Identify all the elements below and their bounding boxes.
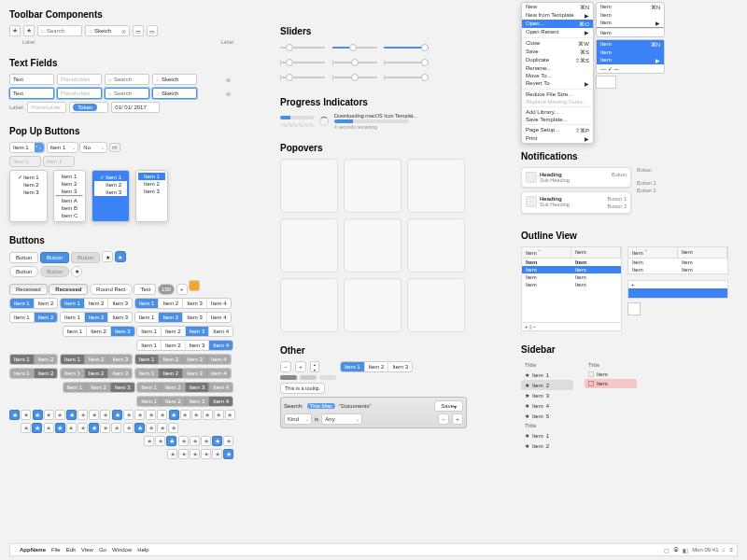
- slider-ticks[interactable]: [384, 57, 429, 68]
- menu-item-sel[interactable]: Item 1: [138, 173, 165, 180]
- scrollbar-horizontal[interactable]: [300, 375, 317, 380]
- toolbar-sketch-search[interactable]: ⌕Sketch: [85, 25, 130, 36]
- scope-thismac[interactable]: This Mac: [307, 403, 335, 409]
- toolbar-star-button-2[interactable]: ★: [23, 25, 35, 36]
- segment[interactable]: Item 1Item 2: [9, 312, 58, 323]
- wifi-icon[interactable]: ⦿: [673, 547, 679, 553]
- sidebar-item[interactable]: ★Item 2: [521, 441, 573, 451]
- color-swatch[interactable]: [596, 76, 616, 89]
- text-button[interactable]: Text: [134, 284, 156, 295]
- sidebar-item[interactable]: ★Item 4: [521, 400, 573, 411]
- menu-item[interactable]: Item C: [56, 212, 84, 219]
- slider-ticks-below[interactable]: [332, 72, 377, 83]
- outline-row[interactable]: ItemItem: [522, 273, 621, 281]
- outline-view[interactable]: Item ˄Item ItemItem ItemItem ItemItem It…: [521, 246, 622, 331]
- app-name[interactable]: AppName: [20, 547, 46, 553]
- popup-button-2[interactable]: Item 1⌄: [47, 142, 78, 153]
- submenu-item[interactable]: — ✓ —: [597, 64, 664, 73]
- menu-addlib[interactable]: Add Library...: [522, 108, 593, 116]
- menu-moveto[interactable]: Move To...: [522, 72, 593, 79]
- search-sketch-focus[interactable]: ⌕Sketch: [152, 88, 197, 99]
- search-icon[interactable]: ⌕: [722, 547, 726, 553]
- segment-dark[interactable]: Item 1Item 2Item 3Item 4: [134, 354, 232, 365]
- star-segment[interactable]: ★★: [9, 410, 31, 420]
- notif-button[interactable]: Button: [612, 172, 627, 183]
- slider[interactable]: [332, 42, 377, 53]
- outline-row[interactable]: ItemItem: [628, 266, 727, 273]
- pill-button[interactable]: Button: [9, 266, 38, 277]
- star-segment[interactable]: ★★★: [44, 423, 77, 433]
- menu-duplicate[interactable]: Duplicate⇧⌘S: [522, 56, 593, 64]
- menu-new-template[interactable]: New from Template▶: [522, 11, 593, 20]
- menu-item[interactable]: Item 2: [56, 180, 84, 188]
- scrollbar-horizontal[interactable]: [319, 375, 336, 380]
- segment-dark[interactable]: Item 1Item 2: [9, 354, 58, 365]
- slider[interactable]: [280, 42, 325, 53]
- slider-ticks-below[interactable]: [384, 72, 429, 83]
- toolbar-star-button[interactable]: ★: [9, 25, 21, 36]
- stepper-down-icon[interactable]: ▾: [311, 368, 318, 372]
- menu-item[interactable]: Item A: [56, 197, 84, 204]
- segment[interactable]: Item 1Item 2Item 3Item 4: [134, 312, 232, 323]
- kind-popup[interactable]: Kind⌄: [284, 413, 312, 425]
- toolbar-icon-button-2[interactable]: ▭: [147, 25, 158, 36]
- checkbox[interactable]: ▭: [109, 143, 120, 152]
- segment[interactable]: Item 1Item 2Item 3Item 4: [136, 340, 233, 351]
- remove-rule-button[interactable]: −: [438, 413, 449, 425]
- star-segment[interactable]: ★★★★: [78, 423, 121, 433]
- notif-button-1[interactable]: Button 1: [608, 196, 627, 202]
- slider[interactable]: [384, 42, 429, 53]
- segment[interactable]: Item 1Item 2Item 3: [60, 312, 133, 323]
- submenu-item[interactable]: Item⌘N: [597, 3, 664, 11]
- button[interactable]: Button: [9, 252, 38, 263]
- menu-save[interactable]: Save⌘S: [522, 48, 593, 56]
- sidebar-item[interactable]: Item: [585, 370, 637, 379]
- segment[interactable]: Item 1Item 2: [9, 298, 58, 309]
- button-primary[interactable]: Button: [40, 252, 69, 263]
- segment[interactable]: Item 1Item 2Item 3Item 4: [134, 298, 232, 309]
- segment-dark[interactable]: Item 1Item 2: [9, 368, 58, 379]
- popup-button[interactable]: Item 1⌃⌄: [9, 142, 45, 153]
- text-field[interactable]: Text: [9, 74, 54, 85]
- token[interactable]: Token: [73, 104, 97, 111]
- menu-rename[interactable]: Rename...: [522, 64, 593, 72]
- star-button-blue[interactable]: ★: [115, 251, 126, 262]
- star-segment[interactable]: ★★★★★★: [169, 410, 235, 420]
- notif-button-1[interactable]: Button 1: [637, 180, 656, 186]
- menu-item[interactable]: Item 2: [12, 181, 45, 189]
- menu-savetpl[interactable]: Save Template...: [522, 116, 593, 123]
- segment[interactable]: Item 1Item 2Item 3: [63, 326, 135, 337]
- menu-item[interactable]: Item 3: [12, 189, 45, 196]
- slider-ticks[interactable]: [332, 57, 377, 68]
- outline-header[interactable]: Item ˄Item: [522, 247, 621, 259]
- menu-print[interactable]: Print▶: [522, 134, 593, 143]
- toolbar-icon-button[interactable]: ▭: [133, 25, 144, 36]
- submenu-item-sel[interactable]: Item▶: [597, 56, 664, 64]
- menu-item[interactable]: Item 2: [138, 180, 165, 188]
- popup-menu-sel[interactable]: ✓Item 1 Item 2 Item 3: [92, 170, 130, 222]
- submenu[interactable]: Item⌘N Item Item▶ Item: [596, 2, 665, 37]
- star-segment[interactable]: ★★★★★: [112, 410, 167, 420]
- save-search-button[interactable]: Save ▾: [434, 400, 463, 412]
- star-segment[interactable]: ★★: [21, 423, 42, 433]
- menu-item[interactable]: Item 3: [94, 189, 127, 196]
- menu-open-recent[interactable]: Open Recent▶: [522, 28, 593, 36]
- clock[interactable]: Mon 09:41: [692, 547, 718, 553]
- any-popup[interactable]: Any⌄: [321, 413, 362, 425]
- airplay-icon[interactable]: ▢: [664, 547, 669, 553]
- segment-dark[interactable]: Item 1Item 2Item 3: [63, 382, 135, 393]
- menu-open[interactable]: Open...⌘O: [522, 20, 593, 28]
- menu-view[interactable]: View: [81, 547, 93, 553]
- sidebar-item[interactable]: ★Item 5: [521, 411, 573, 421]
- submenu-2[interactable]: Item⌘N Item Item▶ — ✓ —: [596, 39, 665, 74]
- submenu-item[interactable]: Item▶: [597, 19, 664, 27]
- menu-item[interactable]: Item 3: [138, 188, 165, 195]
- menu-new[interactable]: New⌘N: [522, 3, 593, 11]
- menu-help[interactable]: Help: [137, 547, 148, 553]
- color-button[interactable]: [189, 280, 200, 291]
- star-segment[interactable]: ★★★★★: [178, 436, 233, 446]
- recessed-button[interactable]: Recessed: [9, 284, 48, 295]
- star-segment[interactable]: ★★★★★: [123, 423, 178, 433]
- submenu-item[interactable]: Item: [597, 29, 664, 36]
- roundrect-button[interactable]: Round Rect: [90, 284, 133, 295]
